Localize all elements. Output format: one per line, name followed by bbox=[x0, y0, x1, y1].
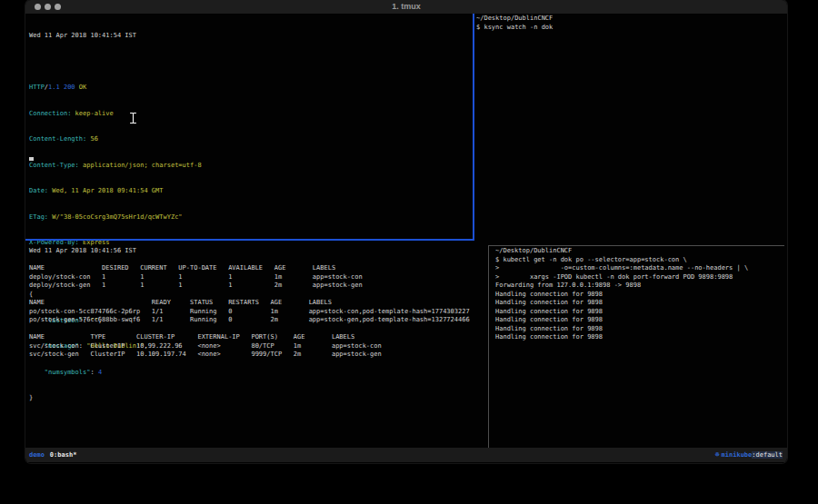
mouse-ibeam-cursor bbox=[129, 112, 137, 124]
http-reason: OK bbox=[75, 84, 87, 91]
header-key: Date: bbox=[29, 187, 48, 194]
header-key: ETag: bbox=[29, 213, 48, 221]
pane-kubectl-get[interactable]: Wed 11 Apr 2018 10:41:56 IST NAME DESIRE… bbox=[29, 247, 470, 360]
session-name: demo bbox=[29, 451, 45, 459]
status-left: demo0:bash* bbox=[29, 448, 76, 462]
kube-namespace: :default bbox=[752, 451, 783, 459]
window-title: 1. tmux bbox=[25, 0, 787, 14]
http-header-date: Date: Wed, 11 Apr 2018 09:41:54 GMT bbox=[29, 187, 202, 196]
header-value: W/"38-05coCsrg3mQ75sHr1d/qcWTwYZc" bbox=[48, 213, 183, 221]
json-key: "numsymbols" bbox=[29, 369, 90, 376]
json-value: 4 bbox=[98, 369, 102, 376]
pane-divider-horizontal[interactable] bbox=[489, 245, 784, 246]
http-status-line: HTTP/1.1 200 OK bbox=[29, 84, 202, 93]
header-value: Wed, 11 Apr 2018 09:41:54 GMT bbox=[48, 187, 163, 194]
terminal-content: Wed 11 Apr 2018 10:41:54 IST HTTP/1.1 20… bbox=[25, 14, 787, 463]
json-close-brace: } bbox=[29, 394, 202, 403]
http-header-content-type: Content-Type: application/json; charset=… bbox=[29, 162, 202, 171]
header-key: Content-Length: bbox=[29, 135, 86, 143]
header-value: keep-alive bbox=[71, 110, 113, 117]
kube-context: minikube bbox=[722, 451, 753, 459]
response-timestamp: Wed 11 Apr 2018 10:41:54 IST bbox=[29, 32, 202, 41]
pane-http-response[interactable]: Wed 11 Apr 2018 10:41:54 IST HTTP/1.1 20… bbox=[29, 15, 202, 420]
http-header-content-length: Content-Length: 56 bbox=[29, 135, 202, 144]
http-proto: HTTP bbox=[29, 84, 45, 91]
terminal-cursor bbox=[29, 157, 34, 161]
status-right: ☸minikube:default bbox=[715, 448, 783, 462]
json-sep: : bbox=[90, 369, 97, 376]
http-version-code: 1.1 200 bbox=[48, 84, 75, 91]
http-header-connection: Connection: keep-alive bbox=[29, 110, 202, 119]
header-key: Connection: bbox=[29, 110, 71, 117]
tmux-status-bar: demo0:bash* ☸minikube:default bbox=[25, 448, 787, 462]
active-pane-divider-vertical[interactable] bbox=[473, 14, 474, 240]
screen: { "window": { "title": "1. tmux" }, "col… bbox=[0, 0, 818, 504]
json-field-numsymbols: "numsymbols": 4 bbox=[29, 369, 202, 378]
header-value: application/json; charset=utf-8 bbox=[79, 162, 202, 169]
window-tab-bash[interactable]: 0:bash* bbox=[50, 451, 77, 459]
pane-divider-vertical[interactable] bbox=[488, 245, 489, 449]
header-value: 56 bbox=[86, 135, 98, 143]
header-key: Content-Type: bbox=[29, 162, 79, 169]
terminal-window: 1. tmux Wed 11 Apr 2018 10:41:54 IST HTT… bbox=[25, 0, 787, 463]
kubernetes-helm-icon: ☸ bbox=[715, 450, 720, 459]
active-pane-divider-horizontal[interactable] bbox=[25, 239, 474, 241]
window-titlebar[interactable]: 1. tmux bbox=[25, 0, 787, 15]
pane-port-forward[interactable]: ~/Desktop/DublinCNCF $ kubectl get -n do… bbox=[495, 247, 748, 342]
blank-line bbox=[29, 58, 202, 67]
pane-ksync[interactable]: ~/Desktop/DublinCNCF $ ksync watch -n do… bbox=[476, 15, 553, 32]
http-header-etag: ETag: W/"38-05coCsrg3mQ75sHr1d/qcWTwYZc" bbox=[29, 213, 202, 222]
